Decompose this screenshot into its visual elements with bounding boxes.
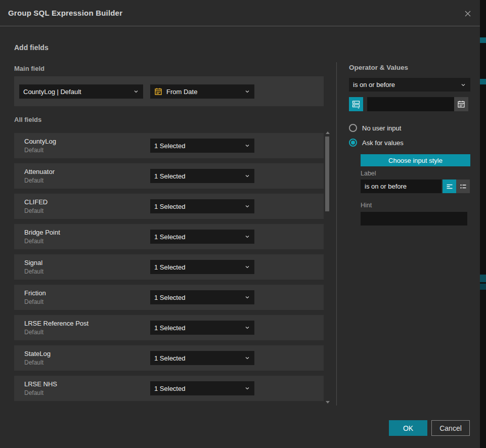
field-values-select[interactable]: 1 Selected <box>150 199 254 213</box>
scroll-down-arrow-icon[interactable] <box>326 401 330 404</box>
field-subtitle: Default <box>24 298 43 305</box>
field-values-select-value: 1 Selected <box>154 233 244 241</box>
field-values-select-value: 1 Selected <box>154 142 244 150</box>
field-row: StateLog Default 1 Selected <box>14 345 324 371</box>
field-values-select[interactable]: 1 Selected <box>150 169 254 183</box>
field-row: Signal Default 1 Selected <box>14 254 324 280</box>
radio-ask-for-values-label: Ask for values <box>362 139 404 147</box>
close-icon <box>463 9 472 18</box>
background-app-strip <box>480 0 486 448</box>
choose-input-style-button[interactable]: Choose input style <box>361 154 470 166</box>
field-row: CountyLog Default 1 Selected <box>14 133 324 158</box>
radio-ask-for-values[interactable]: Ask for values <box>349 139 404 147</box>
field-name: LRSE Reference Post <box>24 320 89 327</box>
chevron-down-icon <box>133 88 139 95</box>
radio-no-user-input[interactable]: No user input <box>349 124 401 132</box>
hint-input[interactable] <box>361 212 467 226</box>
close-button[interactable] <box>462 8 474 20</box>
field-values-select-value: 1 Selected <box>154 263 244 271</box>
field-name: Signal <box>24 259 42 266</box>
main-field-field-select[interactable]: From Date <box>150 84 254 99</box>
field-values-select[interactable]: 1 Selected <box>150 321 254 335</box>
field-subtitle: Default <box>24 268 43 275</box>
field-row: Attenuator Default 1 Selected <box>14 163 324 189</box>
field-values-select[interactable]: 1 Selected <box>150 351 254 365</box>
label-input[interactable] <box>361 180 441 193</box>
radio-no-user-input-label: No user input <box>362 124 401 132</box>
background-accent-fragment <box>480 79 486 84</box>
add-fields-heading: Add fields <box>14 43 49 52</box>
all-fields-label: All fields <box>14 116 41 123</box>
field-subtitle: Default <box>24 177 43 184</box>
main-field-label: Main field <box>14 65 45 72</box>
field-values-select-value: 1 Selected <box>154 294 244 301</box>
operator-select-value: is on or before <box>353 81 460 88</box>
radio-circle-selected-icon <box>349 139 357 147</box>
chevron-down-icon <box>244 294 250 300</box>
field-values-select[interactable]: 1 Selected <box>150 230 254 244</box>
chevron-down-icon <box>244 264 250 270</box>
field-name: CountyLog <box>24 138 56 145</box>
field-values-select[interactable]: 1 Selected <box>150 290 254 304</box>
chevron-down-icon <box>244 325 250 331</box>
chevron-down-icon <box>244 173 250 179</box>
fields-scrollbar[interactable] <box>325 129 330 406</box>
field-name: Attenuator <box>24 168 55 175</box>
operator-values-heading: Operator & Values <box>349 64 408 71</box>
field-values-select-value: 1 Selected <box>154 324 244 332</box>
field-row: Friction Default 1 Selected <box>14 285 324 310</box>
field-name: LRSE NHS <box>24 380 57 388</box>
chevron-down-icon <box>244 143 250 149</box>
date-picker-button[interactable] <box>454 97 468 111</box>
field-row: LRSE Reference Post Default 1 Selected <box>14 315 324 340</box>
chevron-down-icon <box>244 203 250 209</box>
main-field-layer-select[interactable]: CountyLog | Default <box>19 84 143 99</box>
panel-divider <box>336 62 337 406</box>
field-name: CLIFED <box>24 198 48 206</box>
list-input-button[interactable] <box>456 180 470 193</box>
chevron-down-icon <box>244 234 250 240</box>
field-values-select-value: 1 Selected <box>154 172 244 180</box>
main-field-layer-select-value: CountyLog | Default <box>23 88 133 96</box>
align-left-icon <box>446 183 454 191</box>
radio-circle-icon <box>349 124 357 132</box>
hint-field-label: Hint <box>361 202 372 209</box>
label-field-label: Label <box>361 170 376 177</box>
field-values-select[interactable]: 1 Selected <box>150 139 254 153</box>
all-fields-list: CountyLog Default 1 Selected Attenuator … <box>14 133 324 406</box>
date-value-input[interactable] <box>367 97 454 111</box>
chevron-down-icon <box>460 82 466 88</box>
chevron-down-icon <box>244 88 250 95</box>
unique-values-icon <box>351 100 361 109</box>
calendar-icon <box>457 100 465 108</box>
unique-values-button[interactable] <box>349 97 363 111</box>
screen: Group SQL Expression Builder Add fields … <box>0 0 486 448</box>
calendar-icon <box>154 87 162 96</box>
group-sql-expression-builder-dialog: Group SQL Expression Builder Add fields … <box>0 0 480 448</box>
scroll-up-arrow-icon[interactable] <box>326 131 330 134</box>
dialog-titlebar: Group SQL Expression Builder <box>0 0 480 26</box>
field-name: Bridge Point <box>24 229 60 236</box>
single-line-input-button[interactable] <box>443 180 456 193</box>
field-values-select[interactable]: 1 Selected <box>150 381 254 395</box>
background-accent-fragment <box>480 37 486 43</box>
cancel-button[interactable]: Cancel <box>431 420 470 436</box>
field-row: Bridge Point Default 1 Selected <box>14 224 324 249</box>
field-values-select[interactable]: 1 Selected <box>150 260 254 274</box>
field-subtitle: Default <box>24 238 43 245</box>
background-accent-fragment <box>480 275 486 282</box>
bulleted-list-icon <box>459 183 467 191</box>
field-values-select-value: 1 Selected <box>154 354 244 362</box>
field-row: LRSE NHS Default 1 Selected <box>14 376 324 401</box>
ok-button[interactable]: OK <box>389 420 427 436</box>
operator-select[interactable]: is on or before <box>349 78 470 92</box>
scrollbar-thumb[interactable] <box>325 137 329 211</box>
field-subtitle: Default <box>24 389 43 396</box>
dialog-title: Group SQL Expression Builder <box>8 9 122 17</box>
field-name: StateLog <box>24 350 51 357</box>
main-field-field-select-value: From Date <box>166 88 240 96</box>
field-row: CLIFED Default 1 Selected <box>14 194 324 219</box>
field-values-select-value: 1 Selected <box>154 203 244 210</box>
main-field-panel: CountyLog | Default From Date <box>14 76 324 106</box>
field-subtitle: Default <box>24 147 43 154</box>
